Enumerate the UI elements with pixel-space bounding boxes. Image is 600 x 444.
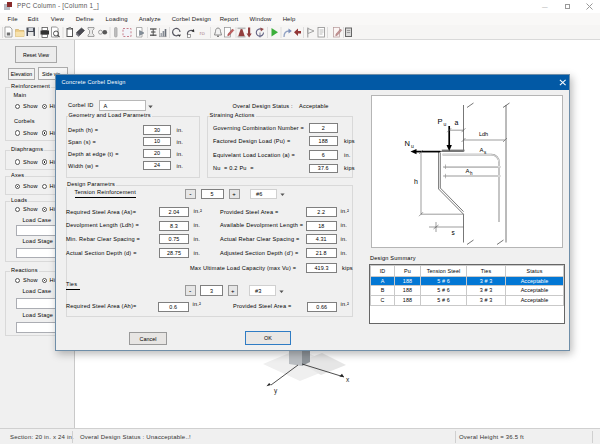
svg-text:x: x	[346, 376, 350, 383]
svg-text:u: u	[444, 121, 447, 127]
svg-text:u: u	[411, 142, 414, 148]
svg-text:a: a	[455, 119, 459, 126]
svg-text:y: y	[274, 387, 278, 395]
svg-text:Ldh: Ldh	[479, 130, 488, 136]
svg-text:h: h	[414, 178, 418, 185]
svg-text:A: A	[466, 168, 470, 174]
svg-text:N: N	[405, 138, 410, 147]
svg-text:s: s	[452, 229, 456, 236]
svg-text:P: P	[438, 117, 443, 126]
svg-text:ro: ro	[200, 30, 206, 36]
svg-text:A: A	[480, 147, 484, 153]
